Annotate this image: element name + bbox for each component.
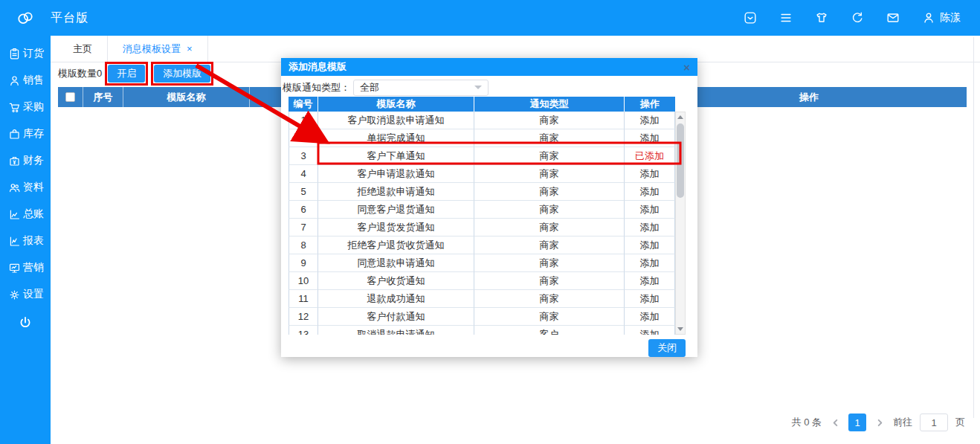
scroll-up-icon[interactable] bbox=[676, 112, 685, 122]
sidebar-item-dinghuo[interactable]: 订货 bbox=[0, 40, 51, 67]
notify-type: 客户 bbox=[474, 326, 625, 335]
prev-page-button[interactable] bbox=[829, 414, 841, 431]
template-name: 客户下单通知 bbox=[318, 147, 474, 165]
sidebar-item-yingxiao[interactable]: 营销 bbox=[0, 254, 51, 281]
add-action-link[interactable]: 添加 bbox=[625, 272, 675, 290]
col-no: 编号 bbox=[288, 97, 318, 112]
added-label[interactable]: 已添加 bbox=[625, 147, 675, 165]
header-checkbox-cell bbox=[58, 87, 83, 107]
col-index: 序号 bbox=[83, 87, 123, 107]
template-row: 7客户退货发货通知商家添加 bbox=[288, 219, 675, 237]
tab-message-template-settings[interactable]: 消息模板设置 × bbox=[108, 36, 208, 62]
sidebar-item-xiaoshou[interactable]: 销售 bbox=[0, 67, 51, 94]
row-number: 2 bbox=[288, 129, 318, 147]
sidebar-item-kucun[interactable]: 库存 bbox=[0, 120, 51, 147]
sidebar-item-ziliao[interactable]: 资料 bbox=[0, 174, 51, 201]
chart-axis-icon bbox=[8, 208, 21, 221]
pagination: 共 0 条 1 前往 页 bbox=[792, 414, 965, 431]
add-action-link[interactable]: 添加 bbox=[625, 326, 675, 335]
notify-type: 商家 bbox=[474, 112, 625, 129]
notify-type: 商家 bbox=[474, 237, 625, 254]
filter-row: 模版通知类型： 全部 bbox=[283, 78, 692, 97]
modal-footer: 关闭 bbox=[283, 337, 692, 359]
topbar: 平台版 陈漾 bbox=[0, 0, 980, 36]
modal-table: 编号 模版名称 通知类型 操作 1客户取消退款申请通知商家添加2单据完成通知商家… bbox=[288, 97, 686, 335]
page-number-button[interactable]: 1 bbox=[848, 414, 866, 431]
open-button[interactable]: 开启 bbox=[108, 65, 145, 83]
add-template-modal: 添加消息模版 × 模版通知类型： 全部 编号 模版名称 通知类型 操作 1客户 bbox=[281, 58, 697, 357]
add-action-link[interactable]: 添加 bbox=[625, 183, 675, 201]
tshirt-icon[interactable] bbox=[813, 10, 830, 26]
goto-unit: 页 bbox=[955, 416, 965, 429]
notify-type: 商家 bbox=[474, 272, 625, 290]
notify-type: 商家 bbox=[474, 219, 625, 237]
template-row: 9同意退款申请通知商家添加 bbox=[288, 254, 675, 272]
add-action-link[interactable]: 添加 bbox=[625, 219, 675, 237]
row-number: 7 bbox=[288, 219, 318, 237]
notify-type: 商家 bbox=[474, 254, 625, 272]
sidebar-item-shezhi[interactable]: 设置 bbox=[0, 281, 51, 308]
sidebar: 订货 销售 采购 库存 财务 资料 总账 报表 bbox=[0, 36, 51, 444]
add-action-link[interactable]: 添加 bbox=[625, 308, 675, 326]
row-number: 8 bbox=[288, 237, 318, 254]
cart-icon bbox=[8, 101, 21, 114]
row-number: 13 bbox=[288, 326, 318, 335]
modal-close-icon[interactable]: × bbox=[683, 62, 690, 73]
user-name: 陈漾 bbox=[940, 11, 961, 25]
menu-icon[interactable] bbox=[778, 10, 794, 26]
next-page-button[interactable] bbox=[874, 414, 886, 431]
notify-type: 商家 bbox=[474, 129, 625, 147]
person-icon bbox=[8, 74, 21, 87]
row-number: 3 bbox=[288, 147, 318, 165]
row-number: 12 bbox=[288, 308, 318, 326]
row-number: 1 bbox=[288, 112, 318, 129]
annotation-rect-add: 添加模版 bbox=[151, 62, 213, 86]
add-action-link[interactable]: 添加 bbox=[625, 237, 675, 254]
template-name: 客户收货通知 bbox=[318, 272, 474, 290]
clipboard-icon bbox=[8, 48, 21, 60]
logout-power-button[interactable] bbox=[0, 309, 51, 336]
sidebar-item-caiwu[interactable]: 财务 bbox=[0, 147, 51, 174]
template-name: 客户付款通知 bbox=[318, 308, 474, 326]
modal-scrollbar[interactable] bbox=[675, 112, 686, 335]
sidebar-item-caigou[interactable]: 采购 bbox=[0, 94, 51, 120]
tab-home[interactable]: 主页 bbox=[58, 36, 108, 62]
template-row: 6同意客户退货通知商家添加 bbox=[288, 201, 675, 219]
people-icon bbox=[8, 181, 21, 194]
add-action-link[interactable]: 添加 bbox=[625, 290, 675, 308]
add-action-link[interactable]: 添加 bbox=[625, 254, 675, 272]
sidebar-item-zongzhang[interactable]: 总账 bbox=[0, 201, 51, 228]
template-row: 13取消退款申请通知客户添加 bbox=[288, 326, 675, 335]
user-menu[interactable]: 陈漾 bbox=[921, 10, 961, 26]
close-button[interactable]: 关闭 bbox=[648, 339, 686, 357]
goto-label: 前往 bbox=[893, 416, 912, 429]
select-value: 全部 bbox=[360, 81, 379, 94]
select-all-checkbox[interactable] bbox=[65, 92, 75, 102]
goto-page-input[interactable] bbox=[920, 414, 948, 431]
row-number: 9 bbox=[288, 254, 318, 272]
col-type: 通知类型 bbox=[474, 97, 625, 112]
add-action-link[interactable]: 添加 bbox=[625, 165, 675, 183]
logo-icon bbox=[0, 8, 51, 28]
chevron-down-icon bbox=[474, 86, 482, 89]
notify-type: 商家 bbox=[474, 308, 625, 326]
add-template-button[interactable]: 添加模版 bbox=[154, 65, 210, 83]
scrollbar-thumb[interactable] bbox=[677, 123, 684, 198]
tab-close-icon[interactable]: × bbox=[187, 43, 193, 54]
template-row: 5拒绝退款申请通知商家添加 bbox=[288, 183, 675, 201]
modal-table-header: 编号 模版名称 通知类型 操作 bbox=[288, 97, 675, 112]
add-action-link[interactable]: 添加 bbox=[625, 201, 675, 219]
mail-icon[interactable] bbox=[885, 10, 901, 26]
sidebar-item-baobiao[interactable]: 报表 bbox=[0, 228, 51, 254]
scroll-down-icon[interactable] bbox=[676, 324, 685, 334]
notify-type-select[interactable]: 全部 bbox=[353, 80, 489, 96]
chart-line-icon bbox=[8, 235, 21, 248]
template-name: 同意退款申请通知 bbox=[318, 254, 474, 272]
add-action-link[interactable]: 添加 bbox=[625, 129, 675, 147]
add-action-link[interactable]: 添加 bbox=[625, 112, 675, 129]
app-icon[interactable] bbox=[742, 10, 758, 26]
template-name: 客户退货发货通知 bbox=[318, 219, 474, 237]
template-name: 取消退款申请通知 bbox=[318, 326, 474, 335]
refresh-icon[interactable] bbox=[849, 10, 865, 26]
modal-title-bar: 添加消息模版 × bbox=[281, 58, 697, 76]
